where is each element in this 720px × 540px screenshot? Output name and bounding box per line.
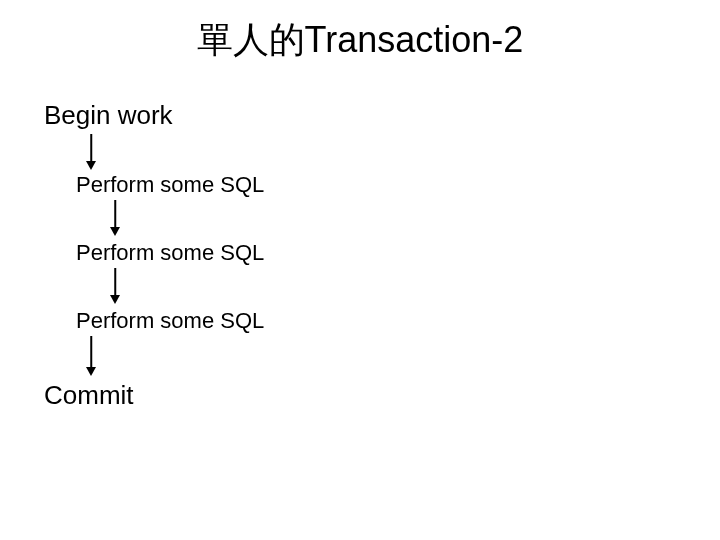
arrow-down-icon xyxy=(84,336,98,376)
slide-title: 單人的Transaction-2 xyxy=(0,16,720,65)
step-perform-sql-3: Perform some SQL xyxy=(76,308,264,334)
step-begin-work: Begin work xyxy=(44,100,173,131)
step-perform-sql-2: Perform some SQL xyxy=(76,240,264,266)
arrow-down-icon xyxy=(108,200,122,236)
arrow-down-icon xyxy=(84,134,98,170)
arrow-down-icon xyxy=(108,268,122,304)
step-perform-sql-1: Perform some SQL xyxy=(76,172,264,198)
step-commit: Commit xyxy=(44,380,134,411)
